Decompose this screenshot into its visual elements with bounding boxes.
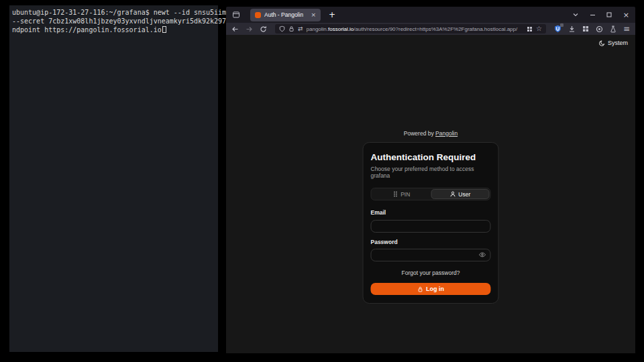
password-wrap	[371, 248, 491, 262]
email-label: Email	[371, 209, 491, 216]
url-bar[interactable]: ⇄ pangolin.fossorial.io/auth/resource/90…	[275, 24, 546, 34]
tab-pin-label: PIN	[400, 191, 410, 198]
forgot-password-link[interactable]: Forgot your password?	[371, 269, 491, 276]
extension-badge	[560, 23, 564, 27]
target-circle-icon[interactable]	[596, 25, 603, 33]
menu-hamburger-icon[interactable]: ≡	[623, 25, 630, 33]
url-prefix: pangolin.	[307, 26, 328, 32]
auth-panel: Powered by Pangolin Authentication Requi…	[363, 130, 499, 304]
terminal-line: ubuntu@ip-172-31-27-116:~/grafana$ newt …	[12, 8, 215, 17]
tab-list-chevron-icon[interactable]	[572, 11, 579, 18]
tab-pin[interactable]: PIN	[372, 189, 431, 199]
pangolin-favicon-icon	[255, 12, 261, 18]
login-button-label: Log in	[426, 286, 444, 292]
terminal-line: ndpoint https://pangolin.fossorial.io	[12, 25, 215, 34]
toolbar-extensions: ≡	[554, 25, 630, 33]
card-subtitle: Choose your preferred method to access g…	[371, 166, 491, 179]
tracking-protection-shield-icon[interactable]	[279, 25, 285, 32]
show-password-eye-icon[interactable]	[479, 251, 486, 257]
terminal-window[interactable]: ubuntu@ip-172-31-27-116:~/grafana$ newt …	[9, 5, 218, 352]
window-minimize-button[interactable]	[590, 15, 595, 15]
powered-by: Powered by Pangolin	[363, 130, 499, 137]
browser-tab-auth-pangolin[interactable]: Auth - Pangolin ×	[250, 9, 321, 21]
terminal-line: --secret 7cbz1xw08lh1jbzey03yxvndljvneam…	[12, 17, 215, 25]
terminal-line-text: ndpoint https://pangolin.fossorial.io	[12, 26, 162, 34]
tab-title: Auth - Pangolin	[264, 11, 303, 18]
moon-icon	[599, 40, 605, 46]
back-button[interactable]	[231, 25, 239, 33]
browser-window: Auth - Pangolin × + ×	[226, 7, 635, 353]
apps-grid-icon[interactable]	[582, 25, 589, 32]
url-path: /auth/resource/90?redirect=https%3A%2F%2…	[354, 26, 517, 32]
auth-method-toggle: PIN User	[371, 188, 491, 200]
user-icon	[449, 191, 455, 197]
https-lock-icon[interactable]	[288, 25, 294, 32]
powered-by-text: Powered by	[404, 130, 434, 137]
url-domain: fossorial.io	[328, 26, 354, 32]
password-label: Password	[371, 239, 491, 245]
pin-keypad-icon	[392, 191, 398, 197]
tab-user[interactable]: User	[431, 189, 490, 199]
theme-label: System	[608, 40, 628, 46]
password-field[interactable]	[371, 249, 491, 261]
new-tab-button[interactable]: +	[329, 11, 335, 19]
auth-card: Authentication Required Choose your pref…	[363, 142, 499, 304]
login-button[interactable]: Log in	[371, 283, 491, 295]
email-field[interactable]	[371, 220, 491, 233]
url-text[interactable]: pangolin.fossorial.io/auth/resource/90?r…	[307, 26, 523, 32]
bookmark-star-icon[interactable]: ☆	[536, 25, 542, 32]
tab-user-label: User	[458, 191, 470, 198]
extension-flask-icon[interactable]	[610, 25, 616, 33]
reload-button[interactable]	[260, 25, 267, 33]
tab-strip: Auth - Pangolin × + ×	[226, 7, 635, 23]
pangolin-link[interactable]: Pangolin	[435, 130, 458, 137]
window-close-button[interactable]: ×	[623, 11, 629, 19]
firefox-view-icon[interactable]	[232, 11, 240, 19]
extension-shield-icon[interactable]	[554, 25, 561, 33]
window-maximize-button[interactable]	[606, 12, 612, 17]
container-grid-icon[interactable]	[527, 26, 533, 32]
theme-toggle-button[interactable]: System	[599, 40, 628, 46]
permissions-swap-icon[interactable]: ⇄	[298, 26, 303, 32]
login-lock-icon	[417, 286, 423, 292]
download-icon[interactable]	[568, 25, 576, 33]
page-content: System Powered by Pangolin Authenticatio…	[226, 35, 635, 353]
navigation-toolbar: ⇄ pangolin.fossorial.io/auth/resource/90…	[226, 23, 635, 35]
card-title: Authentication Required	[371, 152, 491, 162]
tab-close-icon[interactable]: ×	[311, 12, 316, 18]
terminal-cursor	[162, 26, 166, 33]
forward-button[interactable]	[246, 25, 253, 33]
window-controls: ×	[572, 11, 629, 19]
